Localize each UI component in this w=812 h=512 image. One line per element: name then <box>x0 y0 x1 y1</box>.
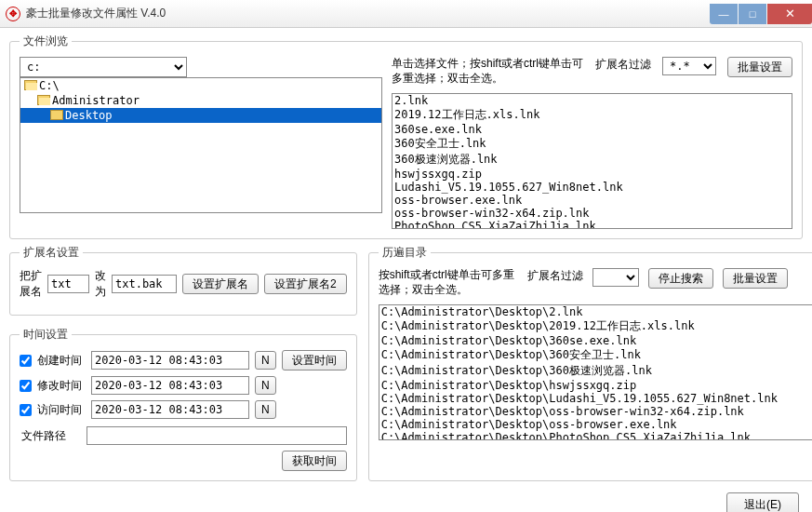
ext-label1: 把扩展名 <box>20 268 42 300</box>
set-ext-button[interactable]: 设置扩展名 <box>182 274 259 294</box>
folder-icon <box>37 95 50 105</box>
minimize-button[interactable]: — <box>710 4 738 24</box>
folder-tree[interactable]: C:\AdministratorDesktop <box>20 77 382 213</box>
file-list[interactable]: 2.lnk2019.12工作日志.xls.lnk360se.exe.lnk360… <box>392 93 792 229</box>
history-group: 历遍目录 按shift或者ctrl键单击可多重选择；双击全选。 扩展名过滤 停止… <box>368 245 812 481</box>
file-browse-group: 文件浏览 c: C:\AdministratorDesktop 单击选择文件；按… <box>9 34 803 239</box>
history-legend: 历遍目录 <box>379 245 431 261</box>
access-time-input[interactable] <box>91 400 249 419</box>
file-list-item[interactable]: oss-browser.exe.lnk <box>393 194 792 207</box>
modify-time-input[interactable] <box>91 376 249 395</box>
titlebar: ✥ 豪士批量修改文件属性 V.4.0 — □ ✕ <box>0 0 812 28</box>
time-settings-group: 时间设置 创建时间 N 设置时间 修改时间 N 访问时间 N 文件 <box>9 327 357 481</box>
tree-item[interactable]: C:\ <box>20 78 381 93</box>
file-list-item[interactable]: hswjssxgq.zip <box>393 168 792 181</box>
history-list-item[interactable]: C:\Administrator\Desktop\360安全卫士.lnk <box>379 347 812 363</box>
filter-label: 扩展名过滤 <box>595 57 651 73</box>
maximize-button[interactable]: □ <box>739 4 766 24</box>
time-legend: 时间设置 <box>20 327 72 343</box>
file-list-item[interactable]: 2.lnk <box>393 94 792 107</box>
ext-from-input[interactable] <box>47 275 89 293</box>
access-time-label: 访问时间 <box>37 402 86 418</box>
set-ext2-button[interactable]: 设置扩展名2 <box>264 274 347 294</box>
get-time-button[interactable]: 获取时间 <box>282 451 347 471</box>
ext-legend: 扩展名设置 <box>20 245 83 261</box>
history-filter-label: 扩展名过滤 <box>527 268 583 284</box>
history-list-item[interactable]: C:\Administrator\Desktop\hswjssxgq.zip <box>379 379 812 392</box>
create-time-checkbox[interactable] <box>20 355 32 367</box>
modify-time-label: 修改时间 <box>37 378 86 394</box>
ext-settings-group: 扩展名设置 把扩展名 改为 设置扩展名 设置扩展名2 <box>9 245 357 316</box>
folder-icon <box>50 110 63 120</box>
file-list-item[interactable]: Ludashi_V5.19.1055.627_Win8net.lnk <box>393 181 792 194</box>
history-list-item[interactable]: C:\Administrator\Desktop\oss-browser-win… <box>379 405 812 418</box>
history-list-item[interactable]: C:\Administrator\Desktop\2.lnk <box>379 305 812 318</box>
browse-hint: 单击选择文件；按shift或者ctrl键单击可多重选择；双击全选。 <box>392 57 584 86</box>
file-path-input[interactable] <box>87 426 347 445</box>
access-time-checkbox[interactable] <box>20 404 32 416</box>
exit-button[interactable]: 退出(E) <box>726 492 799 512</box>
close-button[interactable]: ✕ <box>767 4 812 24</box>
create-time-input[interactable] <box>91 351 249 370</box>
file-list-item[interactable]: 360se.exe.lnk <box>393 123 792 136</box>
history-list-item[interactable]: C:\Administrator\Desktop\PhotoShop_CS5_X… <box>379 431 812 440</box>
history-list-item[interactable]: C:\Administrator\Desktop\2019.12工作日志.xls… <box>379 318 812 334</box>
history-path-list[interactable]: C:\Administrator\Desktop\2.lnkC:\Adminis… <box>379 304 812 440</box>
create-time-n-button[interactable]: N <box>255 351 276 370</box>
file-list-item[interactable]: 2019.12工作日志.xls.lnk <box>393 107 792 123</box>
file-list-item[interactable]: oss-browser-win32-x64.zip.lnk <box>393 207 792 220</box>
file-list-item[interactable]: 360极速浏览器.lnk <box>393 152 792 168</box>
history-batch-button[interactable]: 批量设置 <box>723 268 788 289</box>
window-title: 豪士批量修改文件属性 V.4.0 <box>26 6 710 21</box>
drive-select[interactable]: c: <box>20 57 187 77</box>
file-path-label: 文件路径 <box>20 428 81 444</box>
history-hint: 按shift或者ctrl键单击可多重选择；双击全选。 <box>379 268 518 297</box>
history-filter-select[interactable] <box>592 268 639 287</box>
create-time-label: 创建时间 <box>37 353 86 369</box>
file-browse-legend: 文件浏览 <box>20 34 72 49</box>
app-icon: ✥ <box>6 7 20 21</box>
access-time-n-button[interactable]: N <box>255 400 276 419</box>
file-list-item[interactable]: 360安全卫士.lnk <box>393 136 792 152</box>
history-list-item[interactable]: C:\Administrator\Desktop\360se.exe.lnk <box>379 334 812 347</box>
stop-search-button[interactable]: 停止搜索 <box>648 268 713 289</box>
ext-to-input[interactable] <box>112 275 177 293</box>
ext-filter-select[interactable]: *.* <box>662 57 716 75</box>
modify-time-checkbox[interactable] <box>20 380 32 392</box>
history-list-item[interactable]: C:\Administrator\Desktop\360极速浏览器.lnk <box>379 363 812 379</box>
tree-item[interactable]: Administrator <box>20 93 381 108</box>
batch-set-button[interactable]: 批量设置 <box>727 57 792 77</box>
file-list-item[interactable]: PhotoShop_CS5_XiaZaiZhiJia.lnk <box>393 220 792 229</box>
set-time-button[interactable]: 设置时间 <box>282 350 347 371</box>
folder-icon <box>24 80 37 90</box>
history-list-item[interactable]: C:\Administrator\Desktop\oss-browser.exe… <box>379 418 812 431</box>
ext-label2: 改为 <box>95 268 106 300</box>
tree-item[interactable]: Desktop <box>20 108 381 123</box>
history-list-item[interactable]: C:\Administrator\Desktop\Ludashi_V5.19.1… <box>379 392 812 405</box>
modify-time-n-button[interactable]: N <box>255 376 276 395</box>
